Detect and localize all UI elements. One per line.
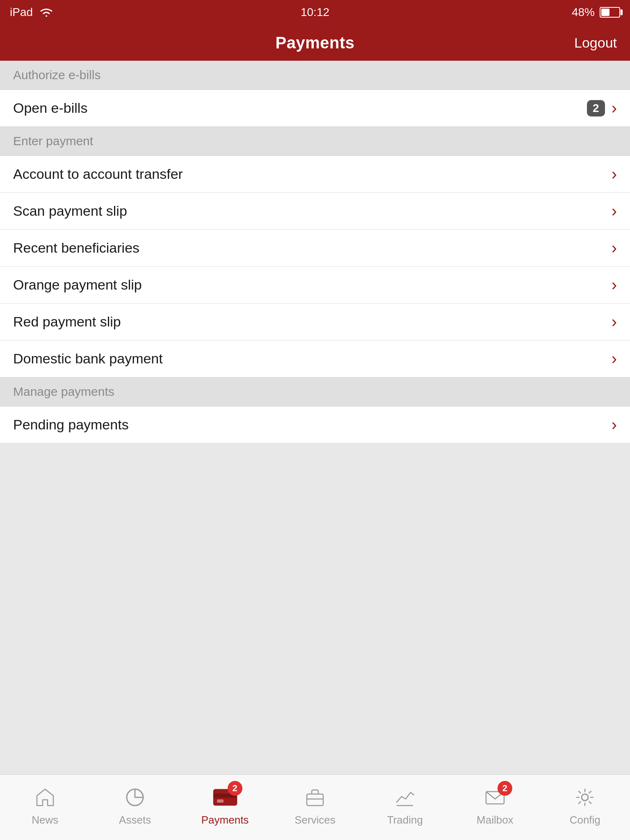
mail-icon: 2 — [482, 784, 508, 810]
tab-payments-label: Payments — [201, 814, 249, 826]
list-item-right: 2 › — [587, 99, 617, 117]
chevron-icon: › — [612, 99, 617, 117]
chevron-icon: › — [612, 415, 617, 434]
wifi-icon — [39, 7, 53, 18]
tab-services[interactable]: Services — [270, 784, 360, 831]
scan-payment-slip-label: Scan payment slip — [13, 203, 127, 219]
svg-point-10 — [582, 794, 588, 801]
list-item-domestic-bank-payment[interactable]: Domestic bank payment › — [0, 340, 630, 377]
nav-title: Payments — [276, 34, 355, 52]
svg-rect-5 — [217, 799, 224, 803]
chevron-icon: › — [612, 276, 617, 294]
battery-percent: 48% — [572, 6, 595, 19]
chevron-icon: › — [612, 313, 617, 331]
list-item-account-transfer[interactable]: Account to account transfer › — [0, 156, 630, 193]
section-header-enter-payment: Enter payment — [0, 127, 630, 156]
settings-icon — [572, 784, 598, 810]
chart-line-icon — [392, 784, 418, 810]
list-item-scan-payment-slip[interactable]: Scan payment slip › — [0, 193, 630, 230]
recent-beneficiaries-label: Recent beneficiaries — [13, 240, 139, 256]
section-header-manage-payments: Manage payments — [0, 377, 630, 406]
nav-bar: Payments Logout — [0, 25, 630, 61]
tab-services-label: Services — [294, 814, 336, 826]
list-item-open-ebills[interactable]: Open e-bills 2 › — [0, 90, 630, 127]
status-bar-right: 48% — [572, 6, 620, 19]
tab-bar: News Assets 2 Payments — [0, 774, 630, 840]
tab-trading-label: Trading — [387, 814, 423, 826]
chevron-icon: › — [612, 202, 617, 220]
tab-assets[interactable]: Assets — [90, 784, 180, 831]
time-display: 10:12 — [301, 6, 329, 19]
logout-button[interactable]: Logout — [574, 35, 617, 51]
tab-config-label: Config — [570, 814, 600, 826]
tab-mailbox-label: Mailbox — [477, 814, 514, 826]
domestic-bank-payment-label: Domestic bank payment — [13, 351, 163, 367]
chevron-icon: › — [612, 239, 617, 257]
red-payment-slip-label: Red payment slip — [13, 314, 121, 330]
briefcase-icon — [302, 784, 328, 810]
payments-badge: 2 — [228, 781, 242, 796]
account-transfer-label: Account to account transfer — [13, 166, 183, 182]
battery-icon — [600, 7, 620, 18]
orange-payment-slip-label: Orange payment slip — [13, 277, 142, 293]
pie-chart-icon — [122, 784, 148, 810]
home-icon — [32, 784, 58, 810]
section-header-authorize-ebills: Authorize e-bills — [0, 61, 630, 90]
content-area: Authorize e-bills Open e-bills 2 › Enter… — [0, 61, 630, 840]
pending-payments-label: Pending payments — [13, 417, 129, 433]
tab-payments[interactable]: 2 Payments — [180, 784, 270, 831]
battery-fill — [601, 9, 609, 16]
status-bar: iPad 10:12 48% — [0, 0, 630, 25]
mailbox-badge: 2 — [498, 781, 512, 796]
tab-trading[interactable]: Trading — [360, 784, 450, 831]
device-label: iPad — [10, 6, 33, 19]
tab-assets-label: Assets — [119, 814, 151, 826]
tab-news-label: News — [32, 814, 58, 826]
tab-config[interactable]: Config — [540, 784, 630, 831]
chevron-icon: › — [612, 349, 617, 368]
list-item-content: Open e-bills — [13, 100, 87, 116]
list-item-recent-beneficiaries[interactable]: Recent beneficiaries › — [0, 230, 630, 267]
tab-news[interactable]: News — [0, 784, 90, 831]
list-item-pending-payments[interactable]: Pending payments › — [0, 406, 630, 443]
list-item-orange-payment-slip[interactable]: Orange payment slip › — [0, 267, 630, 304]
card-icon: 2 — [212, 784, 238, 810]
tab-mailbox[interactable]: 2 Mailbox — [450, 784, 540, 831]
list-item-red-payment-slip[interactable]: Red payment slip › — [0, 304, 630, 340]
status-bar-left: iPad — [10, 6, 53, 19]
ebills-badge: 2 — [587, 100, 605, 116]
chevron-icon: › — [612, 165, 617, 183]
open-ebills-label: Open e-bills — [13, 100, 87, 116]
svg-rect-6 — [307, 794, 323, 806]
